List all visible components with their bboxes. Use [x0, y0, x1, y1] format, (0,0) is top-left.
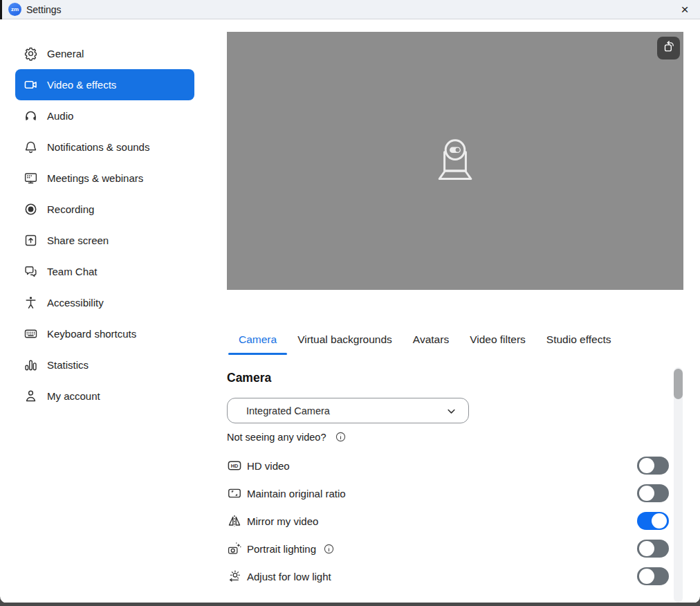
tab-studio-effects[interactable]: Studio effects: [536, 330, 622, 355]
share-screen-icon: [24, 233, 38, 248]
rotate-icon: [661, 39, 676, 57]
camera-select[interactable]: Integrated Camera: [227, 398, 469, 423]
toggle-label: Portrait lighting: [247, 543, 316, 555]
sidebar-item-my-account[interactable]: My account: [15, 380, 194, 412]
mirror-video-toggle[interactable]: [637, 512, 669, 530]
sidebar-item-label: Video & effects: [47, 79, 116, 91]
toggle-label: Mirror my video: [247, 515, 318, 527]
info-icon[interactable]: [323, 543, 335, 555]
settings-window: zm Settings × General Video & effects Au…: [0, 0, 700, 603]
info-icon[interactable]: [335, 431, 347, 443]
gear-icon: [24, 46, 38, 61]
sidebar-item-keyboard-shortcuts[interactable]: Keyboard shortcuts: [15, 318, 194, 349]
sidebar-item-meetings[interactable]: Meetings & webinars: [15, 163, 194, 194]
mirror-icon: [227, 513, 242, 529]
toggle-knob: [639, 458, 654, 473]
sidebar-item-team-chat[interactable]: Team Chat: [15, 256, 194, 287]
sidebar-item-label: Keyboard shortcuts: [47, 328, 136, 340]
toggle-label: Maintain original ratio: [247, 488, 346, 499]
toggle-label: Adjust for low light: [247, 571, 331, 582]
sidebar-item-accessibility[interactable]: Accessibility: [15, 287, 194, 318]
camera-help-row: Not seeing any video?: [227, 431, 347, 443]
sidebar-item-general[interactable]: General: [15, 38, 194, 69]
rotate-preview-button[interactable]: [657, 37, 680, 59]
zoom-logo-icon: zm: [8, 3, 21, 16]
meeting-screen-icon: [24, 171, 38, 185]
camera-section-heading: Camera: [227, 371, 271, 385]
camera-select-value: Integrated Camera: [246, 405, 330, 416]
toggle-label: HD video: [247, 460, 290, 472]
tab-video-filters[interactable]: Video filters: [459, 330, 536, 355]
sidebar-item-label: Team Chat: [47, 266, 98, 277]
window-title: Settings: [26, 0, 62, 19]
person-icon: [24, 389, 38, 403]
maintain-ratio-toggle[interactable]: [637, 484, 669, 502]
keyboard-icon: [24, 327, 38, 341]
toggle-knob: [639, 541, 654, 556]
toggle-knob: [639, 569, 654, 584]
video-camera-icon: [24, 77, 38, 92]
webcam-icon: [427, 132, 483, 187]
row-maintain-original-ratio: Maintain original ratio: [227, 479, 683, 507]
toggle-knob: [652, 513, 667, 529]
sidebar-item-label: Audio: [47, 110, 73, 122]
sidebar-item-label: Notifications & sounds: [47, 141, 149, 153]
scrollbar-thumb[interactable]: [674, 369, 683, 399]
window-bottom-edge: [0, 603, 700, 606]
headphones-icon: [24, 109, 38, 123]
row-adjust-low-light: Adjust for low light: [227, 562, 683, 590]
video-preview: [227, 32, 683, 290]
sidebar-item-audio[interactable]: Audio: [15, 100, 194, 131]
bell-icon: [24, 140, 38, 154]
sidebar-item-label: My account: [47, 390, 100, 402]
accessibility-icon: [24, 295, 38, 310]
aspect-ratio-icon: [227, 486, 242, 501]
sidebar-item-label: General: [47, 48, 84, 59]
record-icon: [24, 202, 38, 217]
chevron-down-icon: [445, 405, 458, 418]
tab-avatars[interactable]: Avatars: [403, 330, 459, 355]
sidebar-item-label: Meetings & webinars: [47, 172, 143, 184]
hd-video-toggle[interactable]: [637, 457, 669, 475]
toggle-knob: [639, 486, 654, 501]
tab-camera[interactable]: Camera: [228, 330, 287, 355]
sidebar-item-notifications[interactable]: Notifications & sounds: [15, 131, 194, 163]
tab-virtual-backgrounds[interactable]: Virtual backgrounds: [287, 330, 403, 355]
low-light-icon: [227, 569, 242, 584]
sidebar-item-label: Share screen: [47, 235, 109, 246]
scrollbar-track[interactable]: [674, 367, 683, 603]
window-edge-artifact: [0, 0, 2, 19]
hd-icon: HD: [227, 458, 242, 473]
sidebar-item-video-effects[interactable]: Video & effects: [15, 69, 194, 100]
row-hd-video: HD HD video: [227, 452, 683, 479]
chat-bubbles-icon: [24, 264, 38, 279]
bar-chart-icon: [24, 358, 38, 372]
camera-help-link[interactable]: Not seeing any video?: [227, 432, 326, 443]
titlebar: zm Settings ×: [0, 0, 700, 19]
portrait-lighting-icon: [227, 541, 242, 556]
sidebar-item-share-screen[interactable]: Share screen: [15, 225, 194, 256]
row-portrait-lighting: Portrait lighting: [227, 535, 683, 562]
sidebar-item-statistics[interactable]: Statistics: [15, 349, 194, 380]
sidebar-item-label: Accessibility: [47, 297, 104, 309]
row-mirror-my-video: Mirror my video: [227, 507, 683, 535]
sidebar-item-label: Recording: [47, 203, 94, 215]
settings-sidebar: General Video & effects Audio Notificati…: [15, 38, 194, 412]
camera-options-list: HD HD video Maintain original ratio Mirr…: [227, 452, 683, 590]
low-light-toggle[interactable]: [637, 567, 669, 585]
video-settings-tabs: Camera Virtual backgrounds Avatars Video…: [228, 330, 621, 355]
svg-text:HD: HD: [231, 463, 239, 469]
sidebar-item-recording[interactable]: Recording: [15, 194, 194, 225]
portrait-lighting-toggle[interactable]: [637, 540, 669, 558]
close-icon[interactable]: ×: [672, 0, 697, 19]
sidebar-item-label: Statistics: [47, 359, 89, 371]
